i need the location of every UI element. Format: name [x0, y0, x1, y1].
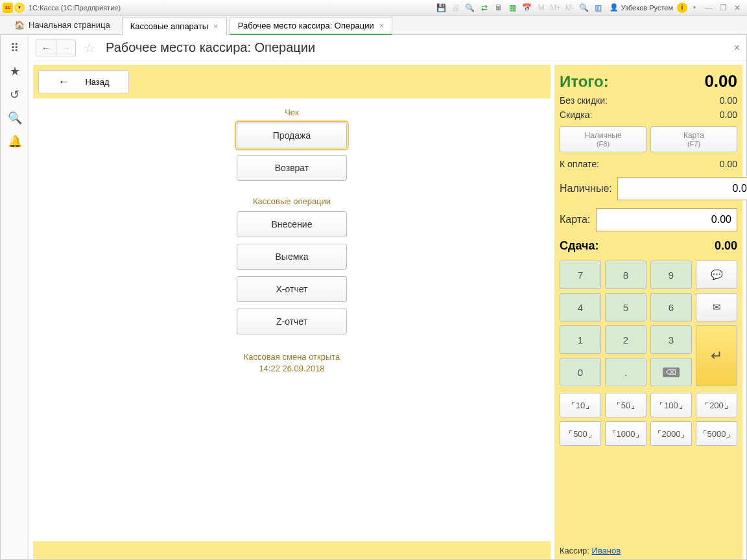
denom-1000[interactable]: ⌜1000⌟ [605, 421, 646, 446]
numpad: 7 8 9 💬 4 5 6 ✉ 1 2 3 ↵ 0 . ⌫ [560, 261, 737, 386]
discount-row: Скидка: 0.00 [560, 110, 737, 120]
info-dropdown-icon[interactable]: ▾ [688, 1, 701, 14]
denom-5000[interactable]: ⌜5000⌟ [696, 421, 737, 446]
numpad-0[interactable]: 0 [560, 358, 601, 386]
change-row: Сдача: 0.00 [560, 239, 737, 253]
cash-input-row: Наличные: [560, 177, 737, 200]
save-icon[interactable]: 💾 [435, 1, 448, 14]
memory-mminus-icon[interactable]: М- [563, 1, 576, 14]
card-input[interactable] [596, 208, 737, 231]
tab-home-label: Начальная страница [29, 20, 110, 30]
denom-100[interactable]: ⌜100⌟ [650, 393, 692, 417]
denom-row-2: ⌜500⌟ ⌜1000⌟ ⌜2000⌟ ⌜5000⌟ [560, 421, 737, 446]
cashier-label: Кассир: [560, 546, 592, 555]
numpad-9[interactable]: 9 [650, 261, 692, 289]
denom-2000[interactable]: ⌜2000⌟ [650, 421, 692, 446]
shift-status: Кассовая смена открыта 14:22 26.09.2018 [244, 351, 340, 375]
cashier-link[interactable]: Иванов [592, 546, 621, 555]
numpad-dot[interactable]: . [605, 358, 646, 386]
numpad-1[interactable]: 1 [560, 325, 601, 354]
numpad-comment-icon[interactable]: 💬 [696, 261, 737, 289]
cash-payment-button[interactable]: Наличные (F6) [560, 126, 646, 152]
print-icon[interactable]: 🖨 [449, 1, 462, 14]
denom-500[interactable]: ⌜500⌟ [560, 421, 601, 446]
memory-m-icon[interactable]: М [535, 1, 548, 14]
tab-home[interactable]: 🏠 Начальная страница [5, 16, 119, 35]
zreport-button[interactable]: Z-отчет [237, 309, 347, 334]
denom-10[interactable]: ⌜10⌟ [560, 393, 601, 417]
deposit-button[interactable]: Внесение [237, 211, 347, 237]
app-menu-icon[interactable]: ▾ [14, 3, 25, 13]
denom-row-1: ⌜10⌟ ⌜50⌟ ⌜100⌟ ⌜200⌟ [560, 393, 737, 417]
withdraw-button[interactable]: Выемка [237, 244, 347, 270]
numpad-backspace-icon[interactable]: ⌫ [650, 358, 692, 386]
tab-cash-registers[interactable]: Кассовые аппараты × [122, 17, 227, 35]
search-icon[interactable]: 🔍 [7, 110, 23, 126]
restore-icon[interactable]: ❐ [717, 1, 729, 14]
numpad-enter[interactable]: ↵ [696, 325, 737, 386]
return-button[interactable]: Возврат [237, 155, 347, 181]
tab-close-icon[interactable]: × [379, 21, 385, 30]
to-pay-row: К оплате: 0.00 [560, 159, 737, 169]
info-icon[interactable]: i [677, 3, 687, 13]
calculator-icon[interactable]: 🖩 [492, 1, 505, 14]
totals-panel: Итого: 0.00 Без скидки: 0.00 Скидка: 0.0… [554, 65, 742, 559]
numpad-email-icon[interactable]: ✉ [696, 293, 737, 321]
tab-cashier-operations[interactable]: Рабочее место кассира: Операции × [230, 17, 393, 35]
title-bar: 1с ▾ 1С:Касса (1С:Предприятие) 💾 🖨 🔍 ⇄ 🖩… [0, 0, 747, 16]
favorites-star-icon[interactable]: ★ [7, 64, 23, 79]
nav-forward-icon[interactable]: → [56, 40, 75, 56]
apps-grid-icon[interactable]: ⠿ [7, 40, 23, 56]
card-input-label: Карта: [560, 214, 591, 226]
numpad-5[interactable]: 5 [605, 293, 646, 321]
back-bar: ← Назад [33, 65, 551, 99]
numpad-4[interactable]: 4 [560, 293, 601, 321]
app-icon: 1с [3, 3, 13, 13]
window-close-icon[interactable]: ✕ [731, 1, 744, 14]
panels-icon[interactable]: ▥ [592, 1, 605, 14]
tab-close-icon[interactable]: × [213, 21, 219, 31]
denom-50[interactable]: ⌜50⌟ [605, 393, 646, 417]
numpad-2[interactable]: 2 [605, 325, 646, 354]
zoom-icon[interactable]: 🔍 [578, 1, 591, 14]
numpad-6[interactable]: 6 [650, 293, 692, 321]
calendar-icon[interactable]: ▦ [506, 1, 519, 14]
numpad-3[interactable]: 3 [650, 325, 692, 354]
close-icon[interactable]: × [734, 42, 740, 54]
denom-200[interactable]: ⌜200⌟ [696, 393, 737, 417]
content: ← → ☆ Рабочее место кассира: Операции × … [29, 35, 746, 559]
user-label[interactable]: 👤 Узбеков Рустем [610, 3, 673, 12]
tab-label: Рабочее место кассира: Операции [238, 21, 374, 30]
notifications-bell-icon[interactable]: 🔔 [7, 134, 23, 149]
content-header: ← → ☆ Рабочее место кассира: Операции × [29, 35, 746, 61]
favorite-star-icon[interactable]: ☆ [84, 40, 95, 56]
card-input-row: Карта: [560, 208, 737, 231]
memory-mplus-icon[interactable]: М+ [549, 1, 562, 14]
cash-input-label: Наличные: [560, 183, 612, 194]
card-payment-button[interactable]: Карта (F7) [650, 126, 737, 152]
operations-panel: ← Назад Чек Продажа Возврат Кассовые опе… [33, 65, 551, 559]
nav-buttons: ← → [36, 40, 76, 56]
cashops-heading: Кассовые операции [253, 196, 331, 206]
minimize-icon[interactable]: — [702, 1, 715, 14]
cash-input[interactable] [617, 177, 747, 200]
page-title: Рабочее место кассира: Операции [106, 40, 315, 55]
shift-status-text: Кассовая смена открыта [244, 351, 340, 363]
total-value: 0.00 [704, 71, 737, 91]
preview-icon[interactable]: 🔍 [464, 1, 477, 14]
numpad-8[interactable]: 8 [605, 261, 646, 289]
main-area: ⠿ ★ ↺ 🔍 🔔 ← → ☆ Рабочее место кассира: О… [0, 35, 747, 560]
date-icon[interactable]: 📅 [521, 1, 534, 14]
sale-button[interactable]: Продажа [237, 122, 347, 148]
back-button[interactable]: ← Назад [38, 70, 129, 93]
arrow-left-icon: ← [58, 75, 69, 89]
total-label: Итого: [560, 73, 609, 91]
payment-buttons: Наличные (F6) Карта (F7) [560, 126, 737, 152]
history-icon[interactable]: ↺ [7, 87, 23, 102]
numpad-7[interactable]: 7 [560, 261, 601, 289]
compare-icon[interactable]: ⇄ [478, 1, 491, 14]
user-icon: 👤 [610, 3, 619, 12]
home-icon: 🏠 [14, 20, 25, 30]
xreport-button[interactable]: Х-отчет [237, 276, 347, 302]
nav-back-icon[interactable]: ← [36, 40, 56, 56]
